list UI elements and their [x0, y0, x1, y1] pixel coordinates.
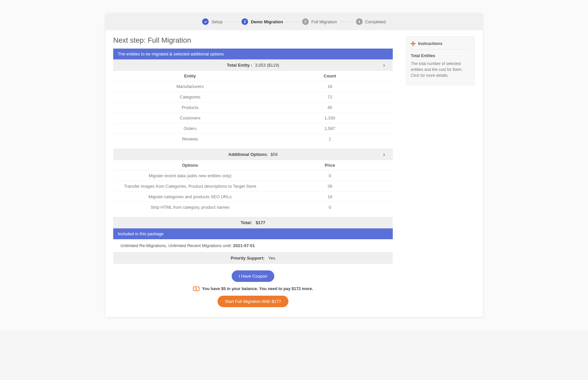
instructions-title-text: Instructions: [418, 41, 442, 46]
step-separator: [286, 22, 299, 22]
priority-support-value: Yes: [268, 256, 275, 261]
option-price: 0: [267, 171, 393, 181]
entity-count: 18: [267, 81, 393, 92]
total-value: $177: [256, 220, 265, 225]
table-row: Transfer images from Categories, Product…: [113, 181, 393, 192]
package-date: 2021-07-01: [233, 243, 255, 248]
table-row: Strip HTML from category, product names0: [113, 202, 393, 213]
chevron-right-icon[interactable]: ›: [383, 62, 385, 68]
instructions-icon: [411, 41, 415, 46]
step-demo-migration[interactable]: 2 Demo Migration: [242, 18, 283, 25]
entities-panel-header: The entities to be migrated & selected a…: [113, 49, 393, 59]
additional-options-row[interactable]: Additional Options: $58 ›: [113, 149, 393, 160]
option-name: Migrate categories and products SEO URLs: [113, 192, 267, 202]
entity-count: 45: [267, 102, 393, 113]
table-row: Manufacturers18: [113, 81, 393, 92]
priority-support-row: Priority Support: Yes: [113, 252, 393, 264]
instructions-title: Instructions: [411, 41, 470, 50]
step-label: Completed: [365, 19, 386, 24]
col-options: Options: [113, 160, 267, 171]
start-migration-button[interactable]: Start Full Migration With $177: [218, 296, 288, 307]
additional-options-label: Additional Options:: [228, 152, 268, 157]
total-label: Total:: [241, 220, 252, 225]
step-number-icon: 2: [242, 18, 248, 25]
table-row: Orders1,587: [113, 123, 393, 134]
entities-table: Entity Count Manufacturers18Categories72…: [113, 71, 393, 144]
total-entity-label: Total Entity :: [227, 63, 252, 68]
table-row: Categories72: [113, 92, 393, 102]
option-name: Strip HTML from category, product names: [113, 202, 267, 213]
step-label: Full Migration: [311, 19, 337, 24]
col-entity: Entity: [113, 71, 267, 81]
table-row: Migrate categories and products SEO URLs…: [113, 192, 393, 202]
entity-name: Manufacturers: [113, 81, 267, 92]
actions: I Have Coupon $ You have $5 in your bala…: [113, 264, 393, 307]
package-line-prefix: Unlimited Re-Migrations, Unlimited Recen…: [120, 243, 233, 248]
col-count: Count: [267, 71, 393, 81]
balance-text: You have $5 in your balance. You need to…: [202, 286, 313, 291]
option-price: 0: [267, 202, 393, 213]
option-name: Migrate recent data (adds new entities o…: [113, 171, 267, 181]
table-row: Products45: [113, 102, 393, 113]
instructions-subhead: Total Entities: [411, 53, 470, 58]
page-title: Next step: Full Migration: [113, 36, 393, 45]
stepper: Setup 2 Demo Migration 3 Full Migration …: [105, 13, 483, 30]
entity-count: 1,587: [267, 123, 393, 134]
total-entity-value: 3,053 ($119): [255, 63, 279, 68]
table-row: Migrate recent data (adds new entities o…: [113, 171, 393, 181]
package-inclusion-line: Unlimited Re-Migrations, Unlimited Recen…: [113, 239, 393, 252]
instructions-body: The total number of selected entities an…: [411, 61, 470, 78]
entity-name: Reviews: [113, 134, 267, 144]
table-row: Reviews1: [113, 134, 393, 144]
option-price: 39: [267, 181, 393, 192]
step-number-icon: 4: [356, 18, 363, 25]
table-row: Customers1,330: [113, 113, 393, 123]
step-label: Demo Migration: [251, 19, 283, 24]
coupon-button[interactable]: I Have Coupon: [232, 270, 275, 282]
options-table: Options Price Migrate recent data (adds …: [113, 160, 393, 212]
additional-options-value: $58: [270, 152, 278, 157]
instructions-panel: Instructions Total Entities The total nu…: [406, 36, 475, 85]
option-price: 19: [267, 192, 393, 202]
option-name: Transfer images from Categories, Product…: [113, 181, 267, 192]
main-content: Next step: Full Migration The entities t…: [113, 36, 393, 307]
step-label: Setup: [211, 19, 222, 24]
step-setup[interactable]: Setup: [202, 18, 222, 25]
check-icon: [202, 18, 209, 25]
entity-name: Orders: [113, 123, 267, 134]
money-icon: $: [193, 286, 200, 291]
chevron-right-icon[interactable]: ›: [383, 152, 385, 158]
step-full-migration[interactable]: 3 Full Migration: [302, 18, 337, 25]
entity-count: 72: [267, 92, 393, 102]
grand-total-row: Total: $177: [113, 217, 393, 228]
entity-count: 1: [267, 134, 393, 144]
entity-name: Products: [113, 102, 267, 113]
balance-line: $ You have $5 in your balance. You need …: [113, 286, 393, 291]
step-number-icon: 3: [302, 18, 309, 25]
migration-card: Setup 2 Demo Migration 3 Full Migration …: [105, 13, 483, 317]
entity-count: 1,330: [267, 113, 393, 123]
package-header: Included in this package: [113, 228, 393, 239]
step-separator: [340, 22, 353, 22]
step-separator: [226, 22, 238, 22]
step-completed[interactable]: 4 Completed: [356, 18, 386, 25]
entity-name: Customers: [113, 113, 267, 123]
priority-support-label: Priority Support:: [231, 256, 264, 261]
total-entity-row[interactable]: Total Entity : 3,053 ($119) ›: [113, 59, 393, 71]
col-price: Price: [267, 160, 393, 171]
entity-name: Categories: [113, 92, 267, 102]
